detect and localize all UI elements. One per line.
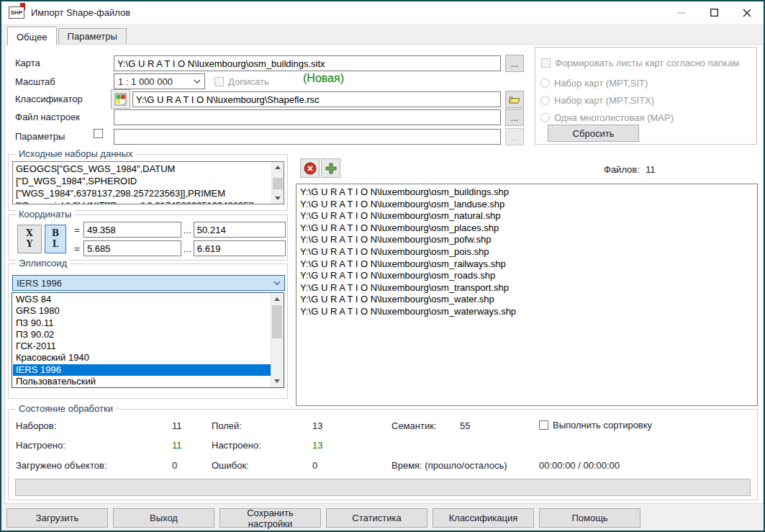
ellipsoid-dropdown: WGS 84GRS 1980ПЗ 90.11ПЗ 90.02ГСК-2011Кр… [12, 292, 284, 388]
list-item[interactable]: Y:\G U R A T I O N\luxembourg\osm_pois.s… [297, 246, 757, 258]
list-item[interactable]: Y:\G U R A T I O N\luxembourg\osm_transp… [297, 282, 757, 294]
list-item[interactable]: Y:\G U R A T I O N\luxembourg\osm_landus… [297, 199, 757, 211]
ellipsoid-option[interactable]: ГСК-2011 [13, 341, 271, 352]
sort-checkbox[interactable] [539, 420, 548, 430]
ellipsoid-caption: Эллипсоид [16, 258, 70, 269]
classifier-label: Классификатор [15, 94, 83, 104]
radio-option[interactable]: Одна многолистовая (MAP) [540, 112, 674, 123]
dialog-button[interactable]: Помощь [539, 508, 640, 528]
scroll-thumb[interactable] [273, 178, 283, 189]
minimize-button[interactable] [664, 1, 697, 24]
dialog-button[interactable]: Загрузить [6, 508, 108, 528]
errors-label: Ошибок: [212, 460, 249, 471]
wkt-line: ["D_WGS_1984",SPHEROID [16, 175, 270, 187]
list-item[interactable]: Y:\G U R A T I O N\luxembourg\osm_water.… [297, 294, 757, 306]
wkt-line: ["Greenwich",0],UNIT["Degree",0.01745329… [16, 199, 270, 204]
scale-combobox[interactable]: 1 : 1 000 000 [114, 73, 205, 89]
radio-icon [540, 113, 550, 122]
x-letter: X [26, 228, 32, 239]
settings-file-input[interactable] [114, 109, 501, 125]
coordinate-row: = 5.685 ... 6.619 [71, 240, 286, 256]
coord-from-field[interactable]: 49.358 [83, 222, 181, 238]
classifier-palette-button[interactable] [111, 89, 130, 109]
close-button[interactable] [730, 1, 764, 24]
source-datasets-caption: Исходные наборы данных [16, 148, 135, 159]
wkt-scrollbar[interactable] [271, 162, 284, 204]
ellipsoid-option[interactable]: Красовский 1940 [13, 352, 271, 364]
time-label: Время: (прошло/осталось) [391, 460, 507, 471]
map-path-input[interactable] [114, 55, 501, 71]
radio-option[interactable]: Набор карт (MPT,SIT) [540, 78, 674, 89]
tab[interactable]: Параметры [58, 28, 127, 45]
sheets-by-folders-checkbox[interactable] [541, 58, 551, 68]
wkt-line: GEOGCS["GCS_WGS_1984",DATUM [16, 163, 270, 175]
radio-option[interactable]: Набор карт (MPT,SITX) [540, 95, 674, 106]
ellipsoid-option[interactable]: Пользовательский [13, 376, 271, 387]
list-item[interactable]: Y:\G U R A T I O N\luxembourg\osm_pofw.s… [297, 234, 757, 246]
fields-done-value: 13 [312, 440, 322, 451]
coord-from-field[interactable]: 5.685 [83, 240, 181, 256]
scroll-up-icon[interactable] [271, 294, 283, 305]
dialog-button[interactable]: Классификация [433, 508, 534, 528]
files-toolbar [300, 158, 340, 178]
classifier-open-button[interactable] [505, 91, 524, 108]
map-browse-button[interactable]: ... [505, 55, 524, 72]
ellipsoid-option[interactable]: ПЗ 90.11 [13, 317, 271, 329]
open-folder-icon [509, 95, 520, 104]
ellipsoid-option[interactable]: GRS 1980 [13, 305, 271, 317]
append-checkbox[interactable] [214, 77, 224, 86]
list-item[interactable]: Y:\G U R A T I O N\luxembourg\osm_roads.… [297, 270, 757, 282]
coord-to-field[interactable]: 6.619 [194, 240, 286, 256]
ellipsoid-option[interactable]: ПЗ 90.02 [13, 329, 271, 341]
shp-app-icon: SHP [9, 6, 24, 19]
errors-value: 0 [312, 460, 317, 471]
dialog-button[interactable]: Статистика [326, 508, 427, 528]
dropdown-scrollbar[interactable] [271, 294, 283, 387]
remove-file-button[interactable] [300, 158, 320, 178]
list-item[interactable]: Y:\G U R A T I O N\luxembourg\osm_places… [297, 222, 757, 235]
dialog-button[interactable]: Выход [113, 508, 214, 528]
tab-page-general: Карта Масштаб Классификатор Файл настрое… [4, 44, 764, 504]
sets-value: 11 [172, 420, 182, 431]
maximize-button[interactable] [697, 1, 730, 24]
radio-label: Набор карт (MPT,SITX) [554, 95, 654, 106]
scroll-up-icon[interactable] [272, 162, 284, 173]
palette-page-icon [114, 93, 127, 106]
range-separator: ... [184, 243, 191, 254]
params-checkbox[interactable] [94, 129, 103, 138]
wkt-textarea[interactable]: GEOGCS["GCS_WGS_1984",DATUM["D_WGS_1984"… [12, 161, 284, 204]
coordinate-rows: = 49.358 ... 50.214 = 5.685 ... 6.619 [71, 222, 286, 256]
list-item[interactable]: Y:\G U R A T I O N\luxembourg\osm_waterw… [297, 306, 757, 318]
ellipsoid-option[interactable]: IERS 1996 [13, 364, 271, 376]
xy-mode-button[interactable]: X Y [17, 225, 42, 253]
scroll-down-icon[interactable] [272, 193, 284, 204]
list-item[interactable]: Y:\G U R A T I O N\luxembourg\osm_natura… [297, 210, 757, 222]
wkt-line: ["WGS_1984",6378137,298.257223563]],PRIM… [16, 187, 270, 199]
processing-group: Состояние обработки Наборов: 11 Полей: 1… [8, 409, 758, 500]
scroll-down-icon[interactable] [271, 376, 283, 387]
shape-file-list[interactable]: Y:\G U R A T I O N\luxembourg\osm_buildi… [296, 184, 758, 406]
classifier-path-input[interactable] [132, 91, 501, 107]
ellipsoid-options: WGS 84GRS 1980ПЗ 90.11ПЗ 90.02ГСК-2011Кр… [13, 294, 271, 387]
progress-bar [15, 479, 751, 496]
equals-sign: = [71, 225, 83, 235]
reset-button[interactable]: Сбросить [548, 125, 639, 142]
list-item[interactable]: Y:\G U R A T I O N\luxembourg\osm_railwa… [297, 258, 757, 271]
tab[interactable]: Общее [7, 27, 57, 45]
bl-mode-button[interactable]: B L [45, 225, 66, 253]
radio-icon [540, 78, 550, 88]
source-datasets-group: Исходные наборы данных GEOGCS["GCS_WGS_1… [8, 154, 288, 211]
ellipsoid-option[interactable]: WGS 84 [13, 294, 271, 305]
scroll-thumb[interactable] [272, 305, 282, 338]
new-map-badge: (Новая) [303, 72, 344, 85]
ellipsoid-combobox[interactable]: IERS 1996 [12, 275, 285, 291]
params-input[interactable] [114, 129, 501, 145]
loaded-objects-label: Загружено объектов: [16, 460, 107, 471]
params-browse-button[interactable]: ... [505, 128, 524, 145]
coord-to-field[interactable]: 50.214 [194, 222, 286, 238]
dialog-button[interactable]: Сохранить настройки [219, 508, 321, 528]
red-flag-icon [20, 3, 25, 7]
list-item[interactable]: Y:\G U R A T I O N\luxembourg\osm_buildi… [297, 186, 757, 199]
add-file-button[interactable] [321, 158, 340, 178]
settings-browse-button[interactable]: ... [505, 109, 524, 126]
